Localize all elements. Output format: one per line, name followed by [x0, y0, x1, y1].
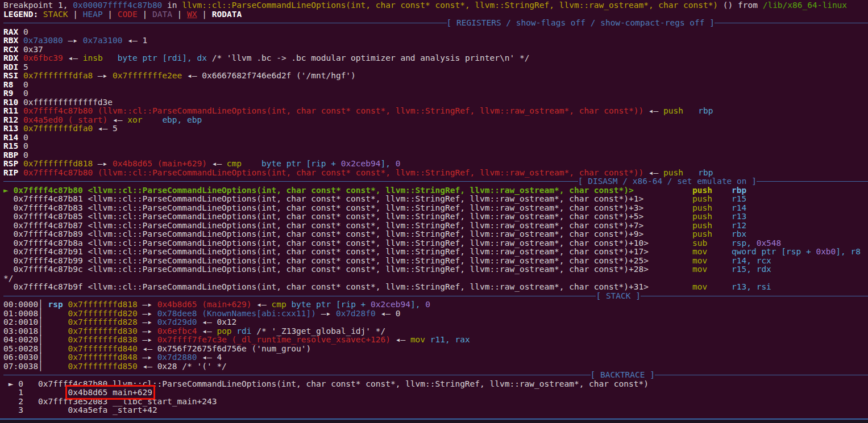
- backtrace-pane-header: [ BACKTRACE ]: [3, 371, 868, 380]
- text-segment: sub: [692, 239, 707, 248]
- text-segment: ], r8: [836, 247, 861, 256]
- bottom-strip: [0, 420, 868, 423]
- text-segment: [103, 53, 118, 62]
- text-segment: —▸: [93, 71, 113, 80]
- text-segment: 0x7ffff4c87b81 <llvm::cl::ParseCommandLi…: [13, 194, 643, 203]
- text-segment: [43, 317, 68, 326]
- separator-line: [3, 181, 578, 182]
- separator-line: [3, 23, 447, 23]
- text-segment: push: [692, 204, 712, 213]
- text-segment: │: [38, 300, 43, 309]
- text-segment: ◂—: [207, 159, 227, 168]
- text-segment: RIP: [3, 168, 23, 177]
- text-segment: DATA: [152, 10, 172, 19]
- register-row: RCX 0x37: [3, 45, 868, 55]
- disasm-row: 0x7ffff4c87b9f <llvm::cl::ParseCommandLi…: [3, 283, 868, 292]
- disasm-row: 0x7ffff4c87b87 <llvm::cl::ParseCommandLi…: [3, 221, 868, 231]
- breakpoint-title: Breakpoint 1, 0x00007ffff4c87b80 in llvm…: [3, 1, 868, 10]
- bottom-separator: [0, 418, 868, 420]
- text-segment: 0x7ffff4c87b80 <llvm::cl::ParseCommandLi…: [13, 186, 633, 195]
- text-segment: R10: [3, 98, 23, 107]
- register-row: R9 0: [3, 89, 868, 98]
- text-segment: r11, rax: [430, 335, 470, 344]
- stack-row: 07:0038│ 0x7fffffffd850 ◂— 0x28 /* '(' *…: [3, 362, 868, 371]
- text-segment: 04:0020: [3, 335, 38, 344]
- text-segment: |: [138, 10, 152, 19]
- text-segment: mov: [692, 265, 707, 274]
- text-segment: RODATA: [212, 10, 242, 19]
- text-segment: 0x7fffffffdfa0: [23, 124, 93, 133]
- stack-row: 00:0000│ rsp 0x7fffffffd818 —▸ 0x4b8d65 …: [3, 300, 868, 309]
- text-segment: ◂—: [197, 326, 217, 336]
- text-segment: rbp: [698, 168, 713, 177]
- text-segment: [43, 335, 68, 344]
- terminal[interactable]: Breakpoint 1, 0x00007ffff4c87b80 in llvm…: [0, 0, 868, 423]
- text-segment: 0x7ffff4c87b87 <llvm::cl::ParseCommandLi…: [13, 221, 643, 230]
- text-segment: ◂— 0x756f72675f6d756e ('num_grou'): [138, 344, 312, 353]
- text-segment: |: [172, 10, 187, 19]
- text-segment: 0x78dee8 (KnownNames[abi:cxx11]): [157, 309, 316, 318]
- text-segment: 0x37: [23, 45, 43, 54]
- backtrace-pane-title: [ BACKTRACE ]: [591, 371, 655, 380]
- text-segment: —▸: [138, 353, 157, 362]
- text-segment: R13: [3, 124, 23, 133]
- stack-row: 06:0030│ 0x7fffffffd848 —▸ 0x7d2880 ◂— 4: [3, 353, 868, 362]
- text-segment: 0x00007ffff4c87b80: [73, 1, 162, 10]
- text-segment: (): [718, 1, 738, 10]
- text-segment: /* '_Z13get_global_idj' */: [252, 326, 386, 336]
- register-row: R14 0: [3, 133, 868, 143]
- legend: LEGEND: STACK | HEAP | CODE | DATA | WX …: [3, 10, 868, 19]
- text-segment: ◂— 1: [123, 36, 148, 45]
- register-row: RDI 5: [3, 63, 868, 72]
- text-segment: 0x7fffffffd818: [68, 300, 138, 309]
- text-segment: xor: [127, 115, 142, 124]
- text-segment: llvm::cl::ParseCommandLineOptions(int, c…: [182, 1, 718, 10]
- text-segment: byte ptr [rdi], dx: [118, 53, 207, 62]
- stack-row: 04:0020│ 0x7fffffffd838 —▸ 0x7ffff7fe7c3…: [3, 336, 868, 345]
- text-segment: 0x7d29d0: [157, 317, 197, 326]
- disasm-pane: ► 0x7ffff4c87b80 <llvm::cl::ParseCommand…: [3, 186, 868, 292]
- text-segment: RDX: [3, 53, 23, 62]
- text-segment: 0x7ffff4c87b9f <llvm::cl::ParseCommandLi…: [13, 282, 648, 291]
- text-segment: RSP: [3, 159, 23, 168]
- text-segment: │: [38, 362, 43, 371]
- stack-row: 03:0018│ 0x7fffffffd830 —▸ 0x6efbc4 ◂— p…: [3, 327, 868, 336]
- text-segment: [43, 309, 68, 318]
- separator-line: [757, 181, 868, 182]
- text-segment: 0x7d2880: [157, 353, 197, 362]
- text-segment: [242, 159, 261, 168]
- text-segment: [43, 353, 68, 362]
- text-segment: 0: [23, 133, 28, 142]
- stack-row: 01:0008│ 0x7fffffffd820 —▸ 0x78dee8 (Kno…: [3, 309, 868, 319]
- text-segment: 0x7fffffffd838: [68, 335, 138, 344]
- text-segment: 0x2ceb94: [371, 300, 410, 309]
- stack-pane-title: [ STACK ]: [596, 292, 641, 301]
- text-segment: r14: [732, 203, 746, 212]
- separator-line: [655, 375, 868, 375]
- text-segment: R12: [3, 115, 23, 124]
- text-segment: [3, 282, 13, 291]
- text-segment: 0x7fffffffd820: [68, 309, 138, 318]
- text-segment: 0x7ffff4c87b91 <llvm::cl::ParseCommandLi…: [13, 247, 648, 256]
- instruction-operands: r12: [732, 221, 746, 231]
- text-segment: RCX: [3, 45, 23, 54]
- text-segment: ebp, ebp: [162, 115, 202, 124]
- text-segment: rbp: [732, 186, 746, 195]
- text-segment: 0x7a3100: [83, 36, 123, 45]
- text-segment: from: [738, 1, 763, 10]
- text-segment: 0x7ffff4c87b80 llvm::cl::ParseCommandLin…: [38, 379, 649, 388]
- text-segment: —▸: [138, 317, 157, 326]
- text-segment: 0xb0: [816, 247, 836, 256]
- text-segment: 05:0028: [3, 344, 38, 353]
- disasm-row: ► 0x7ffff4c87b80 <llvm::cl::ParseCommand…: [3, 186, 868, 195]
- text-segment: —▸: [316, 309, 336, 318]
- text-segment: [43, 326, 68, 336]
- text-segment: push: [692, 195, 712, 204]
- instruction-operands: r14, rcx: [732, 257, 771, 266]
- text-segment: [3, 194, 13, 203]
- text-segment: [43, 362, 68, 371]
- text-segment: 0x7ffff4c87b99 <llvm::cl::ParseCommandLi…: [13, 256, 648, 265]
- text-segment: byte ptr [rip +: [261, 159, 341, 168]
- text-segment: —▸: [93, 159, 113, 168]
- text-segment: push: [692, 221, 712, 231]
